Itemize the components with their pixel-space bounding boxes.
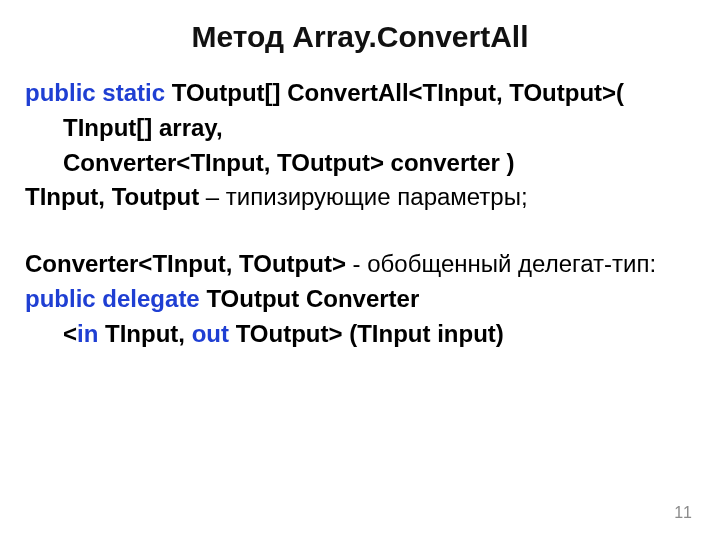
desc-line-2: Converter<TInput, TOutput> - обобщенный …: [25, 247, 695, 282]
desc-line-1: TInput, Toutput – типизирующие параметры…: [25, 180, 695, 215]
desc-converter: Converter<TInput, TOutput>: [25, 250, 346, 277]
blank-line: [25, 215, 695, 247]
slide-title: Метод Array.ConvertAll: [25, 20, 695, 54]
slide-body: public static TOutput[] ConvertAll<TInpu…: [25, 76, 695, 352]
delegate-line-2: <in TInput, out TOutput> (TInput input): [25, 317, 695, 352]
keyword-public-static: public static: [25, 79, 165, 106]
signature-line-1: public static TOutput[] ConvertAll<TInpu…: [25, 76, 695, 111]
delegate-line-1: public delegate TOutput Converter: [25, 282, 695, 317]
delegate-rest: TOutput Converter: [200, 285, 420, 312]
keyword-delegate: delegate: [102, 285, 199, 312]
mid-params: TInput,: [98, 320, 191, 347]
keyword-in: in: [77, 320, 98, 347]
desc-types-rest: – типизирующие параметры;: [199, 183, 528, 210]
slide: Метод Array.ConvertAll public static TOu…: [0, 0, 720, 540]
angle-open: <: [63, 320, 77, 347]
signature-line-3: Converter<TInput, TOutput> converter ): [25, 146, 695, 181]
desc-converter-rest: - обобщенный делегат-тип:: [346, 250, 656, 277]
sig-1-rest: TOutput[] ConvertAll<TInput, TOutput>(: [165, 79, 624, 106]
keyword-out: out: [192, 320, 229, 347]
keyword-public: public: [25, 285, 96, 312]
tail-params: TOutput> (TInput input): [229, 320, 504, 347]
desc-types: TInput, Toutput: [25, 183, 199, 210]
signature-line-2: TInput[] array,: [25, 111, 695, 146]
page-number: 11: [674, 504, 692, 522]
